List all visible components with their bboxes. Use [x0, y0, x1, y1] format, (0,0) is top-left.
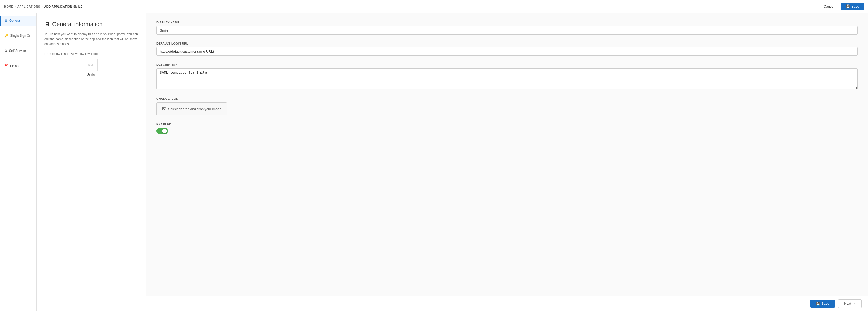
display-name-input[interactable]	[156, 26, 858, 35]
key-icon: 🔑	[4, 34, 8, 37]
upload-text: Select or drag and drop your image	[168, 107, 221, 111]
breadcrumb: HOME › APPLICATIONS › ADD APPLICATION SM…	[0, 0, 868, 13]
change-icon-field: CHANGE ICON 🖼 Select or drag and drop yo…	[156, 97, 858, 115]
description-field: DESCRIPTION SAML template for Smile	[156, 63, 858, 90]
enabled-field: ENABLED	[156, 123, 858, 134]
sidebar-item-self-service[interactable]: ⚙ Self Service	[0, 46, 36, 56]
sidebar-connector-1	[6, 26, 6, 31]
sidebar-connector-2	[6, 41, 6, 46]
sidebar-label-self-service: Self Service	[9, 49, 26, 53]
save-icon: 💾	[846, 4, 850, 8]
app-preview: Smile Smile	[44, 59, 138, 77]
description-text: Tell us how you want to display this app…	[44, 32, 138, 47]
enabled-toggle-container	[156, 128, 858, 134]
bottom-bar: 💾 Save Next →	[36, 296, 868, 311]
breadcrumb-home[interactable]: HOME	[4, 5, 13, 8]
arrow-right-icon: →	[852, 302, 856, 306]
header-actions: Cancel 💾 Save	[819, 3, 864, 10]
breadcrumb-applications[interactable]: APPLICATIONS	[18, 5, 40, 8]
default-login-url-input[interactable]	[156, 47, 858, 56]
change-icon-label: CHANGE ICON	[156, 97, 858, 100]
description-textarea[interactable]: SAML template for Smile	[156, 68, 858, 89]
sidebar-label-finish: Finish	[10, 64, 19, 68]
section-title: 🖥 General information	[44, 21, 138, 28]
form-panel: DISPLAY NAME DEFAULT LOGIN URL DESCRIPTI…	[146, 13, 868, 311]
toggle-slider	[156, 128, 168, 134]
preview-app-name: Smile	[87, 73, 95, 77]
save-bottom-button[interactable]: 💾 Save	[810, 300, 835, 308]
flag-icon: 🚩	[4, 64, 8, 68]
enabled-label: ENABLED	[156, 123, 858, 126]
breadcrumb-sep-2: ›	[42, 5, 43, 8]
left-panel: 🖥 General information Tell us how you wa…	[36, 13, 146, 311]
sidebar-connector-3	[6, 56, 6, 61]
save-bottom-icon: 💾	[816, 302, 820, 306]
cancel-button[interactable]: Cancel	[819, 3, 839, 10]
sidebar-item-sso[interactable]: 🔑 Single Sign On	[0, 31, 36, 41]
next-button[interactable]: Next →	[838, 299, 862, 308]
breadcrumb-current: ADD APPLICATION SMILE	[44, 5, 83, 8]
icon-upload-area[interactable]: 🖼 Select or drag and drop your image	[156, 102, 227, 115]
main-layout: 🖥 General 🔑 Single Sign On ⚙ Self Servic…	[0, 13, 868, 311]
description-label: DESCRIPTION	[156, 63, 858, 66]
sidebar-item-general[interactable]: 🖥 General	[0, 15, 36, 26]
sidebar-label-sso: Single Sign On	[10, 34, 31, 37]
preview-label: Here below is a preview how it will look…	[44, 52, 138, 56]
save-top-button[interactable]: 💾 Save	[841, 3, 864, 10]
display-name-field: DISPLAY NAME	[156, 21, 858, 35]
default-login-url-field: DEFAULT LOGIN URL	[156, 42, 858, 56]
sidebar-item-finish[interactable]: 🚩 Finish	[0, 61, 36, 71]
image-icon: 🖼	[162, 107, 166, 111]
sidebar: 🖥 General 🔑 Single Sign On ⚙ Self Servic…	[0, 13, 36, 311]
content-area: 🖥 General information Tell us how you wa…	[36, 13, 868, 311]
enabled-toggle[interactable]	[156, 128, 168, 134]
sidebar-label-general: General	[9, 19, 21, 23]
breadcrumb-sep-1: ›	[15, 5, 16, 8]
section-monitor-icon: 🖥	[44, 21, 50, 27]
display-name-label: DISPLAY NAME	[156, 21, 858, 24]
gear-icon: ⚙	[4, 49, 7, 53]
preview-icon: Smile	[85, 59, 97, 71]
default-login-url-label: DEFAULT LOGIN URL	[156, 42, 858, 45]
monitor-icon: 🖥	[4, 19, 7, 23]
